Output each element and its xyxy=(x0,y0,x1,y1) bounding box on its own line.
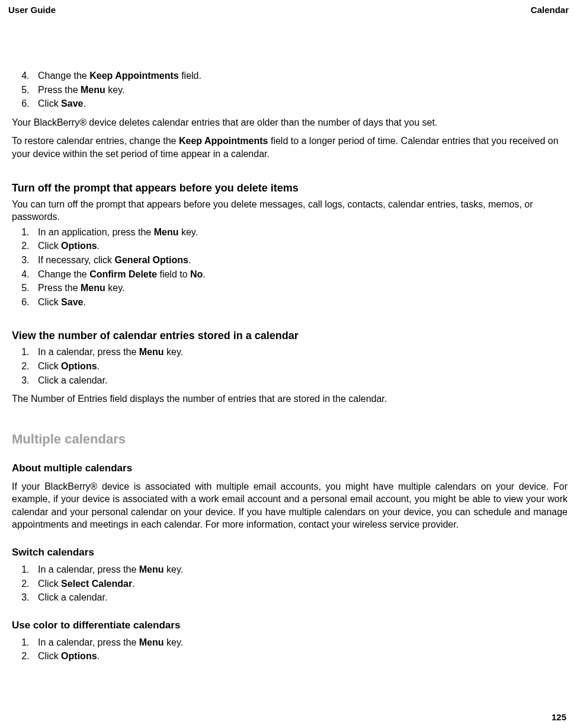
step-text: Click a calendar. xyxy=(38,592,107,602)
step-text: . xyxy=(97,651,100,661)
intro-paragraph-1: Your BlackBerry® device deletes calendar… xyxy=(12,116,568,129)
sec2-steps-list: In a calendar, press the Menu key. Click… xyxy=(12,346,568,387)
page-content: Change the Keep Appointments field. Pres… xyxy=(8,69,569,663)
header-left: User Guide xyxy=(8,5,56,15)
step-bold: Save xyxy=(61,297,83,307)
section-title-turn-off-prompt: Turn off the prompt that appears before … xyxy=(12,182,568,194)
list-item: In a calendar, press the Menu key. xyxy=(32,346,568,359)
list-item: Click Options. xyxy=(32,240,568,253)
sub2-steps-list: In a calendar, press the Menu key. Click… xyxy=(12,563,568,604)
subsection-title-use-color: Use color to differentiate calendars xyxy=(12,620,568,631)
page-header: User Guide Calendar xyxy=(8,5,569,15)
step-text: . xyxy=(97,361,100,371)
step-bold: Select Calendar xyxy=(61,579,132,589)
step-text: . xyxy=(188,255,191,265)
list-item: Click Save. xyxy=(32,296,568,309)
step-text: key. xyxy=(105,283,125,293)
step-bold: Options xyxy=(61,361,97,371)
list-item: Click Save. xyxy=(32,97,568,110)
subsection-title-switch-calendars: Switch calendars xyxy=(12,547,568,558)
intro-steps-list: Change the Keep Appointments field. Pres… xyxy=(12,69,568,110)
step-text: key. xyxy=(178,227,198,237)
step-text: Click xyxy=(38,579,61,589)
list-item: In a calendar, press the Menu key. xyxy=(32,563,568,576)
list-item: Change the Confirm Delete field to No. xyxy=(32,268,568,281)
para-bold: Keep Appointments xyxy=(179,136,268,146)
list-item: In a calendar, press the Menu key. xyxy=(32,636,568,649)
section-title-view-entries: View the number of calendar entries stor… xyxy=(12,330,568,342)
step-text: In a calendar, press the xyxy=(38,347,139,357)
step-text: field to xyxy=(157,269,190,279)
list-item: Click Options. xyxy=(32,650,568,663)
list-item: In an application, press the Menu key. xyxy=(32,226,568,239)
subsection-title-about-multiple: About multiple calendars xyxy=(12,462,568,474)
step-text: In an application, press the xyxy=(38,227,154,237)
major-heading-multiple-calendars: Multiple calendars xyxy=(12,432,568,447)
step-bold: Menu xyxy=(139,347,164,357)
step-text: In a calendar, press the xyxy=(38,637,139,647)
header-right: Calendar xyxy=(531,5,569,15)
step-text: Press the xyxy=(38,85,81,95)
step-text: Change the xyxy=(38,71,89,81)
step-bold: No xyxy=(190,269,203,279)
list-item: Change the Keep Appointments field. xyxy=(32,69,568,82)
step-text: key. xyxy=(164,564,184,574)
step-bold: General Options xyxy=(115,255,188,265)
step-text: . xyxy=(83,297,85,307)
list-item: Press the Menu key. xyxy=(32,282,568,295)
step-text: Change the xyxy=(38,269,89,279)
section-intro: You can turn off the prompt that appears… xyxy=(12,198,568,223)
step-bold: Confirm Delete xyxy=(89,269,157,279)
step-text: Click xyxy=(38,361,61,371)
step-text: Click xyxy=(38,98,61,108)
step-bold: Keep Appointments xyxy=(89,71,179,81)
step-text: Click xyxy=(38,651,61,661)
step-text: field. xyxy=(179,71,201,81)
step-text: . xyxy=(203,269,205,279)
step-text: If necessary, click xyxy=(38,255,115,265)
step-text: Click xyxy=(38,297,61,307)
sec2-after-paragraph: The Number of Entries field displays the… xyxy=(12,392,568,405)
step-bold: Menu xyxy=(81,283,105,293)
list-item: Click a calendar. xyxy=(32,591,568,604)
list-item: If necessary, click General Options. xyxy=(32,254,568,267)
sec1-steps-list: In an application, press the Menu key. C… xyxy=(12,226,568,309)
step-text: key. xyxy=(164,347,184,357)
list-item: Press the Menu key. xyxy=(32,84,568,97)
step-text: key. xyxy=(105,85,125,95)
step-bold: Menu xyxy=(81,85,105,95)
step-text: Press the xyxy=(38,283,81,293)
list-item: Click Options. xyxy=(32,360,568,373)
step-bold: Options xyxy=(61,241,97,251)
step-text: . xyxy=(132,579,134,589)
step-text: In a calendar, press the xyxy=(38,564,139,574)
step-bold: Menu xyxy=(139,564,164,574)
step-bold: Save xyxy=(61,98,83,108)
intro-paragraph-2: To restore calendar entries, change the … xyxy=(12,135,568,160)
step-text: key. xyxy=(164,637,184,647)
step-text: Click xyxy=(38,241,61,251)
sub1-paragraph: If your BlackBerry® device is associated… xyxy=(12,480,568,531)
step-text: . xyxy=(83,98,85,108)
step-bold: Menu xyxy=(154,227,179,237)
list-item: Click Select Calendar. xyxy=(32,577,568,590)
step-bold: Menu xyxy=(139,637,164,647)
page-number: 125 xyxy=(552,712,566,722)
list-item: Click a calendar. xyxy=(32,374,568,387)
sub3-steps-list: In a calendar, press the Menu key. Click… xyxy=(12,636,568,663)
step-text: . xyxy=(97,241,100,251)
step-bold: Options xyxy=(61,651,97,661)
step-text: Click a calendar. xyxy=(38,375,107,385)
para-text: To restore calendar entries, change the xyxy=(12,136,179,146)
